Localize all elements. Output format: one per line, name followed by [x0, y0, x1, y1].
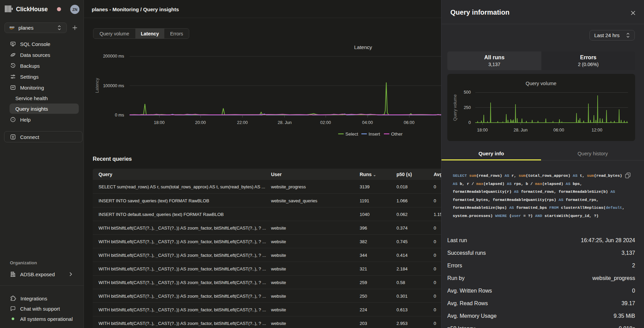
svg-text:02:00: 02:00 [320, 120, 331, 125]
svg-text:200000 ms: 200000 ms [103, 54, 124, 59]
svg-text:?: ? [12, 118, 14, 121]
svg-text:Other: Other [391, 131, 403, 137]
svg-text:500: 500 [464, 90, 471, 95]
svg-text:250: 250 [464, 105, 471, 110]
svg-text:Latency: Latency [354, 44, 372, 50]
svg-text:Query volume: Query volume [526, 81, 556, 86]
svg-text:06:00: 06:00 [553, 128, 564, 132]
svg-text:100000 ms: 100000 ms [103, 83, 124, 88]
svg-text:28. Jun: 28. Jun [278, 120, 291, 125]
svg-text:Insert: Insert [369, 131, 380, 137]
svg-text:28. Jun: 28. Jun [513, 128, 527, 132]
svg-text:Select: Select [345, 131, 358, 137]
svg-text:18:00: 18:00 [477, 128, 488, 132]
svg-text:20:00: 20:00 [195, 120, 206, 125]
svg-text:18:00: 18:00 [154, 120, 164, 125]
svg-text:06:00: 06:00 [404, 120, 414, 125]
svg-text:04:00: 04:00 [362, 120, 373, 125]
svg-text:Query volume: Query volume [453, 94, 458, 121]
svg-text:12:00: 12:00 [591, 128, 602, 132]
svg-text:0 ms: 0 ms [115, 113, 124, 118]
svg-text:0: 0 [468, 120, 471, 125]
svg-text:22:00: 22:00 [237, 120, 248, 125]
svg-text:Latency: Latency [95, 78, 100, 93]
